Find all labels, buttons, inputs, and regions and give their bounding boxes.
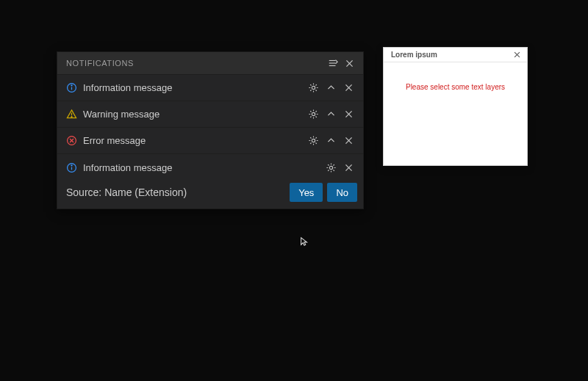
close-icon[interactable] (340, 159, 357, 176)
notification-message: Information message (83, 162, 322, 173)
svg-point-20 (312, 139, 315, 142)
close-icon[interactable] (340, 106, 357, 123)
notification-row: Warning message (57, 101, 363, 127)
close-panel-icon[interactable] (341, 55, 357, 71)
no-button[interactable]: No (327, 183, 357, 202)
chevron-up-icon[interactable] (322, 106, 340, 123)
gear-icon[interactable] (304, 79, 322, 97)
gear-icon[interactable] (304, 106, 322, 123)
notification-message: Warning message (83, 109, 304, 120)
close-icon[interactable] (340, 132, 357, 150)
warning-icon (66, 109, 77, 120)
dialog-title: Lorem ipsum (391, 51, 511, 59)
dialog-header: Lorem ipsum (384, 48, 527, 62)
gear-icon[interactable] (322, 159, 340, 176)
modal-dialog: Lorem ipsum Please select some text laye… (383, 47, 528, 166)
close-icon[interactable] (340, 79, 357, 97)
gear-icon[interactable] (304, 132, 322, 150)
dialog-message: Please select some text layers (384, 62, 527, 91)
error-icon (66, 135, 77, 146)
notification-message: Information message (83, 82, 304, 93)
notification-row: Error message (57, 127, 363, 153)
chevron-up-icon[interactable] (322, 79, 340, 97)
info-icon (66, 82, 77, 93)
notification-row: Information message (57, 74, 363, 101)
notification-expanded-head: Information message (66, 154, 357, 181)
cursor-icon (299, 236, 309, 247)
notifications-title: NOTIFICATIONS (66, 59, 325, 68)
notification-expanded-body: Source: Name (Extension) Yes No (66, 181, 357, 208)
chevron-up-icon[interactable] (322, 132, 340, 150)
notification-source: Source: Name (Extension) (66, 186, 285, 198)
svg-point-14 (312, 112, 315, 115)
svg-point-25 (71, 164, 72, 165)
notification-expanded: Information message Source: Name (Extens… (57, 153, 363, 208)
svg-point-8 (312, 86, 315, 89)
svg-point-26 (329, 166, 332, 169)
svg-marker-31 (301, 238, 307, 246)
close-icon[interactable] (511, 49, 523, 61)
svg-point-13 (71, 117, 72, 117)
collapse-all-icon[interactable] (325, 55, 341, 71)
info-icon (66, 162, 77, 173)
notifications-header: NOTIFICATIONS (57, 52, 363, 74)
notifications-panel: NOTIFICATIONS Information message (57, 51, 364, 209)
yes-button[interactable]: Yes (290, 183, 323, 202)
svg-point-7 (71, 85, 72, 86)
notification-message: Error message (83, 135, 304, 146)
